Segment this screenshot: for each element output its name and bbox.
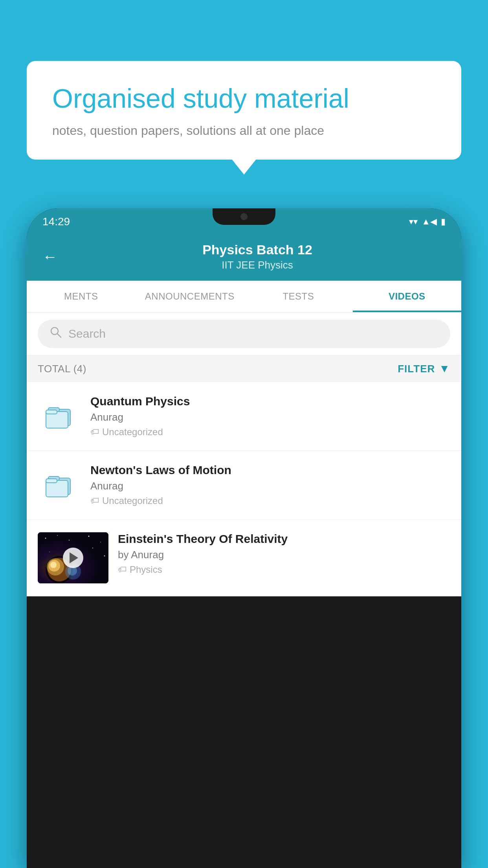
video-tag: 🏷 Uncategorized bbox=[90, 495, 450, 506]
svg-point-11 bbox=[45, 538, 46, 539]
video-list: Quantum Physics Anurag 🏷 Uncategorized bbox=[27, 382, 461, 596]
tab-announcements[interactable]: ANNOUNCEMENTS bbox=[136, 281, 244, 312]
tag-label: Uncategorized bbox=[102, 495, 163, 506]
tag-icon: 🏷 bbox=[90, 496, 99, 506]
video-folder-icon bbox=[38, 395, 81, 438]
svg-point-15 bbox=[100, 542, 101, 542]
camera-dot bbox=[240, 213, 248, 220]
video-title: Quantum Physics bbox=[90, 395, 450, 408]
search-placeholder-text: Search bbox=[68, 327, 106, 340]
svg-line-1 bbox=[57, 334, 61, 337]
list-item[interactable]: Einstein's Theory Of Relativity by Anura… bbox=[27, 520, 461, 596]
battery-icon: ▮ bbox=[441, 217, 446, 227]
filter-label: FILTER bbox=[398, 363, 435, 375]
tab-ments[interactable]: MENTS bbox=[27, 281, 136, 312]
svg-rect-9 bbox=[46, 479, 57, 483]
total-label: TOTAL (4) bbox=[38, 363, 86, 375]
video-tag: 🏷 Physics bbox=[118, 564, 450, 575]
search-bar[interactable]: Search bbox=[38, 320, 450, 348]
status-icons: ▾▾ ▲◀ ▮ bbox=[409, 217, 446, 227]
video-author: Anurag bbox=[90, 480, 450, 492]
filter-button[interactable]: FILTER ▼ bbox=[398, 362, 450, 375]
speech-bubble-section: Organised study material notes, question… bbox=[27, 61, 461, 160]
filter-row: TOTAL (4) FILTER ▼ bbox=[27, 355, 461, 382]
tab-tests[interactable]: TESTS bbox=[244, 281, 353, 312]
svg-point-14 bbox=[88, 536, 90, 537]
wifi-icon: ▾▾ bbox=[409, 217, 418, 227]
phone-frame: 14:29 ▾▾ ▲◀ ▮ ← Physics Batch 12 IIT JEE… bbox=[27, 208, 461, 868]
status-bar: 14:29 ▾▾ ▲◀ ▮ bbox=[27, 208, 461, 235]
video-author: by Anurag bbox=[118, 549, 450, 561]
filter-icon: ▼ bbox=[439, 362, 450, 375]
app-header: ← Physics Batch 12 IIT JEE Physics bbox=[27, 235, 461, 281]
phone-notch bbox=[213, 208, 275, 225]
video-folder-icon bbox=[38, 463, 81, 507]
list-item[interactable]: Quantum Physics Anurag 🏷 Uncategorized bbox=[27, 382, 461, 451]
tag-icon: 🏷 bbox=[118, 565, 127, 575]
svg-point-16 bbox=[92, 548, 93, 548]
tab-videos[interactable]: VIDEOS bbox=[353, 281, 462, 312]
tabs-bar: MENTS ANNOUNCEMENTS TESTS VIDEOS bbox=[27, 281, 461, 313]
svg-rect-5 bbox=[46, 410, 57, 414]
video-info: Newton's Laws of Motion Anurag 🏷 Uncateg… bbox=[90, 463, 450, 506]
tag-label: Physics bbox=[130, 564, 162, 575]
signal-icon: ▲◀ bbox=[422, 217, 437, 227]
play-triangle-icon bbox=[70, 552, 78, 563]
header-title-area: Physics Batch 12 IIT JEE Physics bbox=[69, 242, 446, 271]
search-bar-container: Search bbox=[27, 313, 461, 355]
svg-point-13 bbox=[69, 540, 70, 541]
tag-icon: 🏷 bbox=[90, 427, 99, 437]
speech-bubble-card: Organised study material notes, question… bbox=[27, 61, 461, 160]
video-author: Anurag bbox=[90, 411, 450, 423]
batch-title: Physics Batch 12 bbox=[69, 242, 446, 257]
play-button[interactable] bbox=[63, 548, 83, 568]
list-item[interactable]: Newton's Laws of Motion Anurag 🏷 Uncateg… bbox=[27, 451, 461, 520]
video-title: Einstein's Theory Of Relativity bbox=[118, 532, 450, 546]
video-thumbnail bbox=[38, 532, 108, 583]
speech-bubble-subtext: notes, question papers, solutions all at… bbox=[52, 123, 436, 138]
svg-point-17 bbox=[49, 552, 50, 552]
status-time: 14:29 bbox=[42, 215, 70, 228]
search-icon bbox=[50, 326, 62, 342]
video-title: Newton's Laws of Motion bbox=[90, 463, 450, 477]
batch-subtitle: IIT JEE Physics bbox=[69, 259, 446, 271]
svg-point-23 bbox=[50, 562, 57, 568]
back-button[interactable]: ← bbox=[42, 248, 57, 265]
speech-bubble-heading: Organised study material bbox=[52, 83, 436, 115]
video-info: Quantum Physics Anurag 🏷 Uncategorized bbox=[90, 395, 450, 438]
svg-point-18 bbox=[104, 555, 105, 557]
video-info: Einstein's Theory Of Relativity by Anura… bbox=[118, 532, 450, 575]
video-tag: 🏷 Uncategorized bbox=[90, 427, 450, 438]
tag-label: Uncategorized bbox=[102, 427, 163, 438]
svg-point-12 bbox=[57, 535, 58, 536]
